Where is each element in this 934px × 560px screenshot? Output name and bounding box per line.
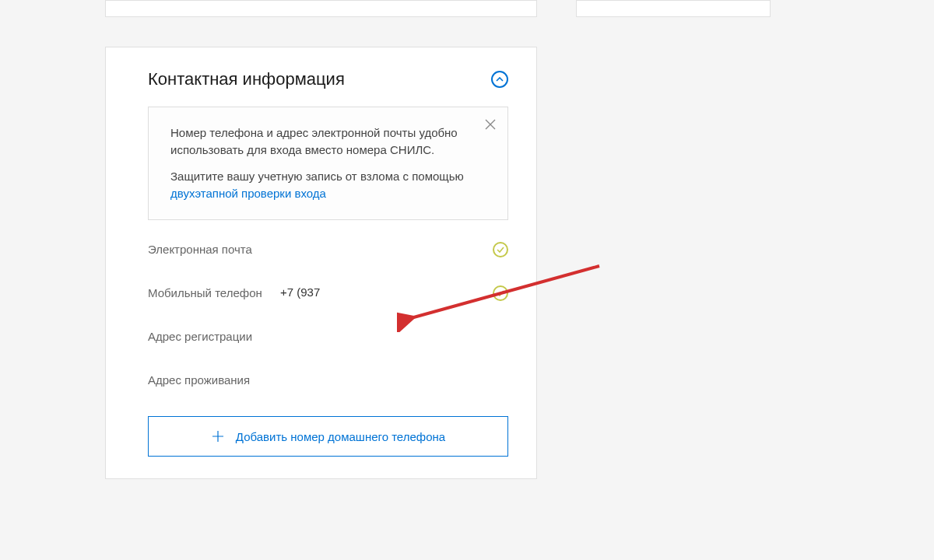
chevron-up-icon — [496, 77, 504, 82]
mobile-phone-label: Мобильный телефон — [148, 285, 280, 301]
collapse-button[interactable] — [491, 71, 508, 88]
card-title: Контактная информация — [148, 69, 345, 89]
contact-info-card: Контактная информация Номер телефона и а… — [105, 47, 537, 479]
email-label: Электронная почта — [148, 242, 280, 257]
sidebar-card-fragment — [576, 0, 771, 17]
mobile-phone-field[interactable]: Мобильный телефон +7 (937 — [148, 285, 508, 301]
plus-icon — [211, 429, 225, 443]
email-field[interactable]: Электронная почта — [148, 242, 508, 257]
add-home-phone-button[interactable]: Добавить номер домашнего телефона — [148, 416, 508, 457]
close-icon — [484, 118, 497, 131]
phone-verified-icon — [493, 285, 508, 301]
registration-address-label: Адрес регистрации — [148, 329, 280, 345]
info-line-1: Номер телефона и адрес электронной почты… — [170, 124, 469, 159]
close-notice-button[interactable] — [484, 118, 497, 134]
info-line-2-prefix: Защитите вашу учетную запись от взлома с… — [170, 170, 464, 183]
info-text: Номер телефона и адрес электронной почты… — [170, 124, 469, 202]
check-icon — [497, 247, 504, 253]
registration-address-field[interactable]: Адрес регистрации — [148, 329, 508, 345]
two-factor-link[interactable]: двухэтапной проверки входа — [170, 187, 326, 200]
info-notice: Номер телефона и адрес электронной почты… — [148, 107, 508, 220]
previous-card-bottom — [105, 0, 537, 17]
card-header: Контактная информация — [148, 47, 508, 107]
email-verified-icon — [493, 242, 508, 257]
info-line-2: Защитите вашу учетную запись от взлома с… — [170, 168, 469, 202]
add-home-phone-label: Добавить номер домашнего телефона — [236, 430, 445, 443]
mobile-phone-value: +7 (937 — [280, 285, 480, 299]
check-icon — [497, 290, 504, 296]
living-address-label: Адрес проживания — [148, 373, 280, 388]
living-address-field[interactable]: Адрес проживания — [148, 373, 508, 388]
